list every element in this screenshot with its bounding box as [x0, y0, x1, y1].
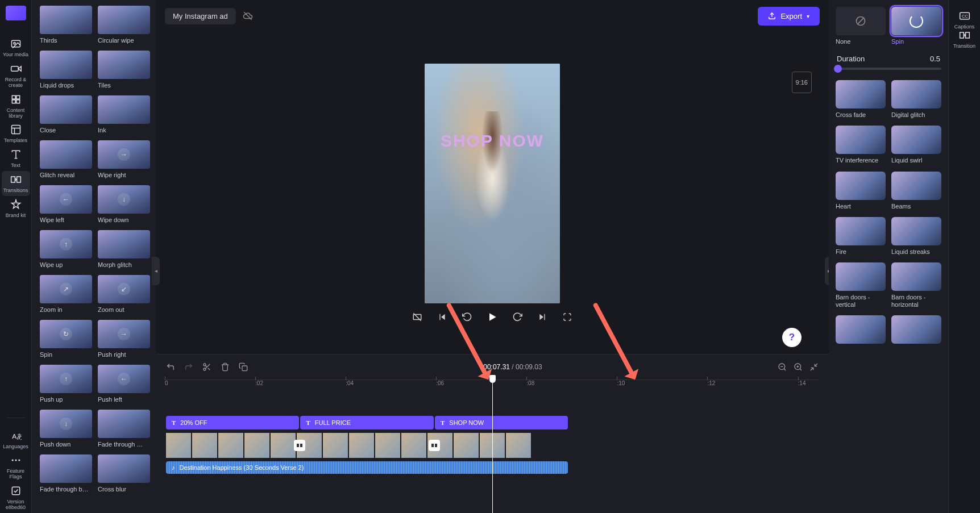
export-button[interactable]: Export ▾: [758, 7, 820, 26]
transition-liquid-drops[interactable]: Liquid drops: [40, 51, 92, 89]
help-button[interactable]: ?: [782, 328, 802, 347]
fullscreen-button[interactable]: [562, 311, 573, 323]
brand-icon: [10, 198, 22, 211]
library-icon: [10, 93, 22, 106]
transition-wipe-left[interactable]: ← Wipe left: [40, 185, 92, 223]
app-logo[interactable]: [6, 6, 26, 20]
skip-end-button[interactable]: [537, 311, 548, 323]
nav-templates[interactable]: Templates: [2, 121, 30, 146]
transition-wipe-down[interactable]: ↓ Wipe down: [98, 185, 150, 223]
video-track[interactable]: [166, 433, 568, 458]
svg-rect-19: [12, 487, 19, 495]
text-clip[interactable]: T FULL PRICE: [300, 416, 433, 429]
nav-brand-kit[interactable]: Brand kit: [2, 196, 30, 221]
video-frame-thumb: [454, 433, 479, 458]
svg-marker-24: [441, 314, 445, 320]
nav-transitions[interactable]: Transitions: [2, 171, 30, 196]
video-frame-thumb: [192, 433, 217, 458]
transition-option-liquid-swirl[interactable]: Liquid swirl: [891, 126, 941, 164]
svg-rect-46: [431, 444, 434, 447]
transition-thirds[interactable]: Thirds: [40, 6, 92, 44]
transition-morph-glitch[interactable]: Morph glitch: [98, 230, 150, 268]
nav-your-media[interactable]: Your media: [2, 35, 30, 60]
nav-languages[interactable]: Aあ Languages: [2, 427, 30, 452]
transition-option-tv-interference[interactable]: TV interference: [836, 126, 886, 164]
svg-point-1: [13, 43, 15, 44]
nav-record-create[interactable]: Record & create: [2, 60, 30, 91]
cloud-sync-off-icon[interactable]: [243, 11, 253, 21]
transition-glitch-reveal[interactable]: Glitch reveal: [40, 140, 92, 178]
ruler-tick: :10: [617, 380, 625, 386]
transition-zoom-out[interactable]: ↙ Zoom out: [98, 275, 150, 313]
split-button[interactable]: [202, 362, 211, 372]
svg-marker-3: [18, 66, 21, 71]
transition-push-left[interactable]: ← Push left: [98, 365, 150, 403]
video-frame-thumb: [375, 433, 400, 458]
skip-start-button[interactable]: [437, 311, 448, 323]
transition-cross-blur[interactable]: Cross blur: [98, 454, 150, 493]
transition-option-heart[interactable]: Heart: [836, 172, 886, 210]
zoom-fit-button[interactable]: [809, 362, 819, 372]
text-clip[interactable]: T 20% OFF: [166, 416, 299, 429]
text-clip[interactable]: T SHOP NOW: [435, 416, 568, 429]
transition-option-beams[interactable]: Beams: [891, 172, 941, 210]
nav-text[interactable]: Text: [2, 146, 30, 171]
safe-zone-toggle[interactable]: [412, 311, 423, 323]
transition-option-barn-doors-vertical[interactable]: Barn doors - vertical: [836, 262, 886, 308]
transition-fade-through-b-[interactable]: Fade through b…: [40, 454, 92, 493]
transition-close[interactable]: Close: [40, 95, 92, 134]
delete-button[interactable]: [221, 362, 230, 372]
player-controls: [412, 311, 573, 323]
ruler-tick: :08: [526, 380, 534, 386]
transition-option-blank[interactable]: [836, 315, 886, 347]
timeline-tracks[interactable]: T 20% OFF T FULL PRICE T SHOP NOW ♪ Dest…: [166, 392, 819, 513]
zoom-out-button[interactable]: [778, 362, 787, 372]
redo-button[interactable]: [184, 362, 193, 372]
audio-clip[interactable]: ♪ Destination Happiness (30 Seconds Vers…: [166, 461, 568, 474]
transition-tiles[interactable]: Tiles: [98, 51, 150, 89]
play-button[interactable]: [487, 311, 498, 323]
transition-ink[interactable]: Ink: [98, 95, 150, 134]
transitions-icon: [10, 173, 22, 186]
right-rail-transition[interactable]: Transition: [953, 30, 975, 49]
aspect-ratio-selector[interactable]: 9:16: [792, 72, 812, 93]
transition-option-barn-doors-horizontal[interactable]: Barn doors - horizontal: [891, 262, 941, 308]
duration-slider[interactable]: [836, 68, 941, 70]
svg-rect-14: [16, 177, 20, 182]
transition-circular-wipe[interactable]: Circular wipe: [98, 6, 150, 44]
transition-push-right[interactable]: → Push right: [98, 320, 150, 358]
transition-zoom-in[interactable]: ↗ Zoom in: [40, 275, 92, 313]
rewind-button[interactable]: [462, 311, 473, 323]
transition-option-spin[interactable]: Spin: [891, 7, 941, 45]
transition-push-up[interactable]: ↑ Push up: [40, 365, 92, 403]
transition-badge[interactable]: [294, 440, 305, 451]
zoom-in-button[interactable]: [794, 362, 803, 372]
undo-button[interactable]: [166, 362, 175, 372]
transition-option-liquid-streaks[interactable]: Liquid streaks: [891, 217, 941, 256]
video-frame-thumb: [244, 433, 269, 458]
nav-version-e-bed-[interactable]: Version e8bed60: [2, 482, 30, 513]
transition-option-cross-fade[interactable]: Cross fade: [836, 80, 886, 119]
transition-wipe-up[interactable]: ↑ Wipe up: [40, 230, 92, 268]
transition-spin[interactable]: ↻ Spin: [40, 320, 92, 358]
transition-badge[interactable]: [429, 440, 440, 451]
transition-push-down[interactable]: ↓ Push down: [40, 410, 92, 448]
timecode-display: 00:07.31 / 00:09.03: [257, 363, 769, 371]
text-icon: T: [172, 419, 176, 426]
transition-option-none[interactable]: None: [836, 7, 886, 45]
duplicate-button[interactable]: [239, 362, 248, 372]
project-title[interactable]: My Instagram ad: [165, 8, 236, 24]
transition-fade-through-[interactable]: Fade through …: [98, 410, 150, 448]
nav-content-library[interactable]: Content library: [2, 91, 30, 122]
svg-text:Aあ: Aあ: [12, 432, 22, 440]
right-rail-captions[interactable]: CC Captions: [953, 10, 975, 30]
nav-feature-flags[interactable]: Feature Flags: [2, 452, 30, 482]
transition-option-fire[interactable]: Fire: [836, 217, 886, 256]
transition-wipe-right[interactable]: → Wipe right: [98, 140, 150, 178]
transition-option-digital-glitch[interactable]: Digital glitch: [891, 80, 941, 119]
playhead[interactable]: [492, 375, 493, 513]
transition-option-blank[interactable]: [891, 315, 941, 347]
svg-line-49: [857, 18, 864, 24]
forward-button[interactable]: [512, 311, 523, 323]
video-preview[interactable]: SHOP NOW: [425, 64, 560, 303]
